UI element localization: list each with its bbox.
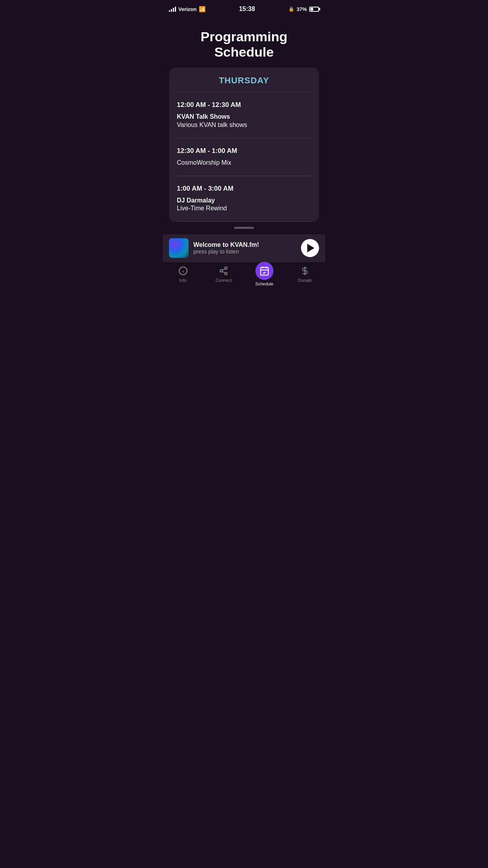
show-title-2: DJ Darmalay: [177, 197, 311, 205]
play-button[interactable]: [301, 239, 319, 257]
divider-0: [177, 92, 311, 92]
show-title-0: KVAN Talk Shows: [177, 113, 311, 121]
svg-point-5: [225, 272, 227, 275]
time-slot-1: 12:30 AM - 1:00 AM: [177, 147, 311, 155]
status-right: 🔒 37%: [288, 6, 319, 12]
tab-info-label: Info: [180, 278, 187, 283]
status-bar: Verizon 📶 15:38 🔒 37%: [163, 0, 325, 17]
now-playing-title: Welcome to KVAN.fm!: [193, 241, 296, 248]
day-header: THURSDAY: [177, 75, 311, 86]
status-time: 15:38: [239, 6, 255, 13]
status-left: Verizon 📶: [169, 6, 205, 12]
now-playing-text: Welcome to KVAN.fm! press play to listen: [193, 241, 296, 255]
lock-icon: 🔒: [288, 6, 294, 12]
tab-schedule[interactable]: Schedule: [244, 262, 285, 286]
info-icon: [178, 265, 189, 276]
schedule-item-1: 12:30 AM - 1:00 AM CosmoWorship Mix: [177, 143, 311, 171]
tab-bar: Info Connect Schedule: [163, 262, 325, 289]
svg-line-6: [222, 271, 225, 273]
battery-percent: 37%: [297, 6, 307, 12]
now-playing-bar[interactable]: Welcome to KVAN.fm! press play to listen: [163, 234, 325, 262]
scroll-indicator: [163, 222, 325, 232]
schedule-item-2: 1:00 AM - 3:00 AM DJ Darmalay Live-Time …: [177, 181, 311, 217]
time-slot-0: 12:00 AM - 12:30 AM: [177, 101, 311, 109]
now-playing-subtitle: press play to listen: [193, 248, 296, 255]
schedule-tab-icon-bg: [255, 262, 273, 280]
battery-icon: [309, 7, 319, 12]
show-desc-0: Various KVAN talk shows: [177, 121, 311, 129]
page-title: Programming Schedule: [171, 29, 317, 60]
tab-info[interactable]: Info: [163, 265, 204, 283]
album-art: [169, 238, 189, 258]
tab-donate[interactable]: Donate: [285, 265, 326, 283]
svg-rect-8: [261, 267, 268, 275]
divider-1: [177, 138, 311, 138]
connect-icon: [218, 265, 229, 276]
show-desc-2: Live-Time Rewind: [177, 204, 311, 213]
wifi-icon: 📶: [199, 6, 205, 12]
scroll-pill: [234, 227, 254, 229]
tab-donate-label: Donate: [298, 278, 312, 283]
signal-bars-icon: [169, 6, 176, 12]
svg-line-7: [222, 268, 225, 270]
play-icon: [307, 244, 314, 252]
show-desc-1: CosmoWorship Mix: [177, 159, 311, 167]
schedule-item-0: 12:00 AM - 12:30 AM KVAN Talk Shows Vari…: [177, 97, 311, 133]
svg-point-3: [225, 267, 227, 269]
time-slot-2: 1:00 AM - 3:00 AM: [177, 185, 311, 193]
page-header: Programming Schedule: [163, 17, 325, 68]
donate-icon: [299, 265, 310, 276]
tab-schedule-label: Schedule: [255, 281, 273, 286]
carrier-label: Verizon: [178, 6, 196, 12]
tab-connect-label: Connect: [216, 278, 232, 283]
tab-connect[interactable]: Connect: [204, 265, 244, 283]
divider-2: [177, 176, 311, 176]
schedule-card: THURSDAY 12:00 AM - 12:30 AM KVAN Talk S…: [169, 68, 319, 222]
svg-point-4: [220, 270, 222, 272]
